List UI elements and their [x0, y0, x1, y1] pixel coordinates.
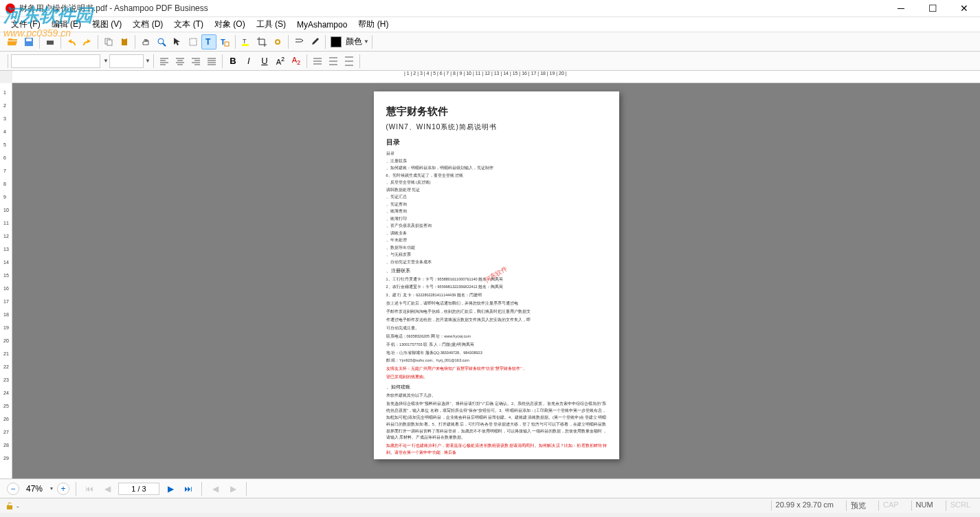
prev-page-button[interactable]: ◀: [100, 482, 114, 496]
toc-line: 、凭证汇总: [386, 195, 607, 199]
reg-line: 2、农行金穗通宝卡：卡号：9559981322356822412 姓名：陶凤英: [386, 284, 607, 291]
svg-rect-6: [122, 38, 127, 45]
subscript-button[interactable]: A2: [289, 54, 304, 69]
menu-object[interactable]: 对象 (O): [209, 17, 251, 32]
align-center-button[interactable]: [172, 54, 188, 69]
menu-text[interactable]: 文本 (T): [168, 17, 209, 32]
open-button[interactable]: [5, 34, 21, 50]
close-button[interactable]: ✕: [948, 0, 980, 17]
page-number-input[interactable]: [118, 483, 159, 495]
contact-line: 邮 箱：Yjm923@sohu.com、hyrj_001@163.com: [386, 358, 607, 364]
svg-rect-1: [26, 38, 32, 41]
toc-line: 、账簿查询: [386, 209, 607, 214]
print-button[interactable]: [43, 34, 58, 50]
horizontal-ruler: | 1 | 2 | 3 | 4 | 5 | 6 | 7 | 8 | 9 | 10…: [12, 71, 980, 83]
text-edit-tool[interactable]: T: [201, 34, 216, 50]
toc-line: 、资产负债表及损益查询: [386, 223, 607, 228]
italic-button[interactable]: I: [241, 54, 256, 69]
font-size-combo[interactable]: [109, 54, 144, 68]
menu-myashampoo[interactable]: MyAshampoo: [291, 19, 353, 31]
svg-rect-10: [190, 38, 197, 45]
brush-tool[interactable]: [307, 34, 322, 50]
pdf-page: 慧宇财务软件 (WIN7、WIN10系统)简易说明书 目录 目录、注册联系、如何…: [374, 91, 619, 459]
menu-edit[interactable]: 编辑 (E): [46, 17, 87, 32]
menu-view[interactable]: 视图 (V): [87, 17, 127, 32]
highlight-tool[interactable]: T: [238, 34, 254, 50]
history-forward-button[interactable]: ▶: [226, 482, 240, 496]
find-replace-button[interactable]: [291, 34, 307, 50]
crop-tool[interactable]: [254, 34, 269, 50]
line-spacing-1[interactable]: [310, 54, 325, 69]
reg-body-line: 按上述卡号汇款后，请即时电话通知我们，并将您软件注册序序号通过电: [386, 300, 607, 307]
copy-button[interactable]: [101, 34, 116, 50]
superscript-button[interactable]: A2: [273, 54, 288, 69]
first-page-button[interactable]: ⏮: [82, 482, 96, 496]
toc-line: 目录: [386, 151, 607, 156]
svg-point-8: [158, 38, 164, 44]
menu-tools[interactable]: 工具 (S): [251, 17, 291, 32]
zoom-tool[interactable]: [154, 34, 169, 50]
svg-rect-3: [48, 38, 52, 41]
svg-rect-7: [123, 38, 126, 39]
link-tool[interactable]: [270, 34, 285, 50]
page-dimensions: 20.99 x 29.70 cm: [771, 500, 838, 511]
pointer-tool[interactable]: [170, 34, 185, 50]
reg-body-line: 可自动完成注册。: [386, 325, 607, 332]
contact-line: 地 址：山东省聊城市 服务QQ:383349728、984308923: [386, 350, 607, 357]
toc-heading: 目录: [386, 138, 607, 147]
line-spacing-2[interactable]: [326, 54, 341, 69]
toc-line: 、凭证查询: [386, 202, 607, 207]
zoom-out-button[interactable]: −: [7, 483, 19, 495]
font-family-combo[interactable]: [11, 54, 100, 68]
svg-rect-13: [225, 42, 229, 46]
menu-help[interactable]: 帮助 (H): [353, 17, 394, 32]
hand-tool[interactable]: [138, 34, 153, 50]
minimize-button[interactable]: ─: [885, 0, 917, 17]
window-title: 财务用户操作说明书.pdf - Ashampoo PDF Business: [19, 3, 208, 14]
toc-line: 、数据导出功能: [386, 245, 607, 250]
format-toolbar: ▼ ▼ B I U A2 A2: [0, 52, 980, 71]
line-spacing-3[interactable]: [342, 54, 357, 69]
contact-line: 手 机：13001757703 联 系 人：闫微(捷)明 陶凤英: [386, 342, 607, 349]
save-button[interactable]: [21, 34, 36, 50]
document-canvas[interactable]: 慧宇财务软件 (WIN7、WIN10系统)简易说明书 目录 目录、注册联系、如何…: [12, 83, 980, 478]
color-picker[interactable]: [328, 34, 344, 50]
section-2-title: 、如何建账: [386, 384, 607, 390]
toc-line: 、账簿打印: [386, 217, 607, 221]
status-dash: -: [16, 502, 19, 510]
underline-button[interactable]: U: [257, 54, 272, 69]
history-back-button[interactable]: ◀: [208, 482, 222, 496]
toc-line: 、年末处理: [386, 238, 607, 243]
bold-button[interactable]: B: [225, 54, 241, 69]
last-page-button[interactable]: ⏭: [181, 482, 195, 496]
svg-line-9: [163, 43, 166, 46]
next-page-button[interactable]: ▶: [164, 482, 177, 496]
app-icon: [5, 3, 15, 13]
undo-button[interactable]: [64, 34, 79, 50]
text-box-tool[interactable]: T: [217, 34, 232, 50]
menu-document[interactable]: 文档 (D): [127, 17, 168, 32]
toc-line: 、注册联系: [386, 159, 607, 164]
svg-text:T: T: [243, 38, 247, 45]
doc-subtitle: (WIN7、WIN10系统)简易说明书: [386, 122, 607, 132]
red-note-1: 友情友关怀：无能广州用户来电得知广百慧宇财务软件"仿冒"慧宇财务软件"，: [386, 366, 607, 373]
lock-icon: [5, 502, 14, 510]
redo-button[interactable]: [80, 34, 95, 50]
align-justify-button[interactable]: [204, 54, 219, 69]
section-2-red: 如愿您不论一行也建账涉利户，需谨温湿心极处清洁初数程设设数据请清间间列。如何解决…: [386, 443, 607, 456]
menu-bar: 文件 (F) 编辑 (E) 视图 (V) 文档 (D) 文本 (T) 对象 (O…: [0, 17, 980, 32]
svg-rect-16: [7, 505, 12, 509]
menu-file[interactable]: 文件 (F): [5, 17, 46, 32]
svg-rect-2: [47, 41, 54, 45]
zoom-in-button[interactable]: +: [57, 483, 69, 495]
align-left-button[interactable]: [157, 54, 172, 69]
align-right-button[interactable]: [188, 54, 203, 69]
title-bar: 财务用户操作说明书.pdf - Ashampoo PDF Business ─ …: [0, 0, 980, 17]
zoom-dropdown[interactable]: ▾: [50, 485, 53, 492]
select-tool[interactable]: [186, 34, 201, 50]
toc-line: 、调账业务: [386, 231, 607, 236]
color-dropdown-arrow[interactable]: ▼: [364, 38, 369, 45]
paste-button[interactable]: [117, 34, 132, 50]
preview-label: 预览: [846, 500, 870, 511]
maximize-button[interactable]: ☐: [917, 0, 948, 17]
